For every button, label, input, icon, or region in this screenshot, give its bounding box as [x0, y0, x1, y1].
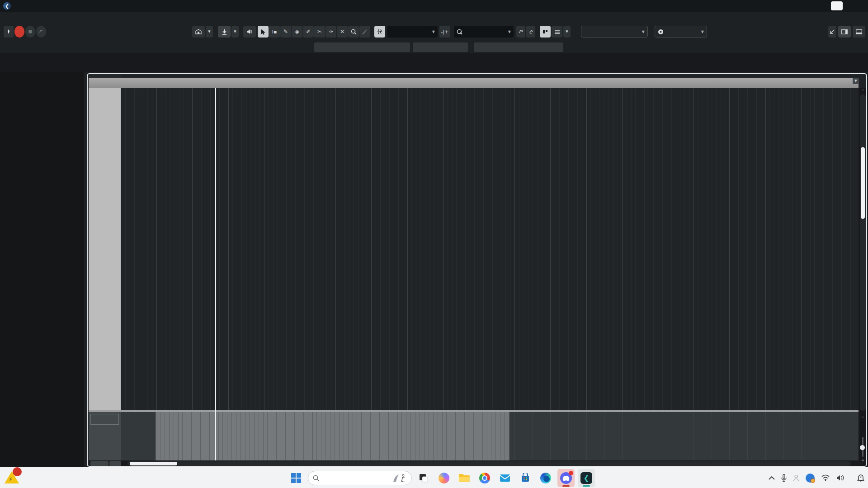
part-selector[interactable]: ▼ — [581, 26, 648, 38]
status-row — [0, 42, 868, 53]
pin-icon[interactable] — [4, 26, 14, 38]
object-selection-tool[interactable] — [258, 26, 269, 38]
speaker-icon[interactable] — [243, 26, 256, 38]
title-bar: ❮ — [0, 0, 868, 12]
right-zone-toggle[interactable] — [838, 26, 851, 38]
cubase-icon[interactable]: ❮ — [578, 469, 595, 487]
windows-logo-icon — [291, 473, 301, 483]
record-button[interactable] — [25, 26, 35, 38]
velocity-lane-active-region — [156, 412, 509, 460]
maximize-button[interactable] — [826, 0, 847, 12]
pin-part-button[interactable] — [218, 26, 231, 38]
draw-tool[interactable]: ✎ — [280, 26, 291, 38]
right-scroll-column: ⌃ ⌄ – ＋ — [859, 88, 867, 460]
task-view-icon[interactable] — [415, 469, 432, 487]
add-lane-button[interactable] — [90, 461, 108, 466]
pin-part-dropdown[interactable]: ▼ — [231, 26, 239, 38]
discord-icon[interactable] — [557, 469, 575, 487]
cubase-app-icon: ❮ — [3, 2, 11, 10]
left-zone-panel — [0, 72, 84, 467]
range-selection-tool[interactable]: I▪ — [269, 26, 280, 38]
timeline-ruler[interactable] — [89, 78, 859, 88]
wifi-icon[interactable] — [821, 474, 830, 481]
person-icon[interactable] — [793, 474, 799, 482]
cubase-active-indicator — [583, 485, 590, 487]
vertical-zoom-knob[interactable] — [860, 445, 865, 450]
horizontal-scrollbar[interactable] — [127, 461, 851, 466]
horizontal-scroll-thumb[interactable] — [130, 462, 177, 465]
bottom-scroll-row — [89, 460, 867, 467]
grid-relative-icon[interactable]: -|+ — [439, 26, 450, 38]
solo-button[interactable] — [14, 26, 24, 38]
taskbar-weather-widget[interactable]: ⚡ — [5, 469, 24, 483]
scroll-up-arrow[interactable]: ⌃ — [859, 89, 867, 93]
window-zones-button[interactable] — [192, 26, 205, 38]
ruler-options-dropdown[interactable]: ▼ — [853, 78, 859, 84]
lane-preset-dropdown[interactable] — [109, 461, 121, 466]
mail-icon[interactable] — [496, 469, 514, 487]
scroll-left-arrow[interactable] — [123, 461, 127, 466]
close-button[interactable] — [847, 0, 868, 12]
windows-taskbar: ⚡ — [0, 467, 868, 488]
toolbar: ▼ ▼ I▪ ✎ ◈ ✐ ✂ ✑ ✕ ／ ▼ -|+ ▼ e ▼ ▼ ▼ — [0, 23, 868, 42]
window-corner-icon[interactable] — [828, 26, 836, 38]
start-button[interactable] — [288, 469, 305, 487]
info-line — [0, 53, 868, 72]
search-daily-art — [392, 473, 407, 483]
quantize-panel-button[interactable]: e — [526, 26, 535, 38]
edge-icon[interactable] — [537, 469, 554, 487]
tray-expand-chevron-icon[interactable] — [769, 476, 775, 480]
svg-text:z: z — [860, 475, 861, 479]
trim-tool[interactable]: ✐ — [303, 26, 314, 38]
vertical-scrollbar[interactable] — [860, 94, 866, 411]
event-colors-select[interactable]: ▼ — [655, 26, 707, 38]
zoom-tool[interactable] — [348, 26, 359, 38]
menu-bar — [0, 12, 868, 23]
velocity-lane-label[interactable] — [90, 414, 119, 425]
chrome-icon[interactable] — [476, 469, 493, 487]
swing-icon[interactable] — [516, 26, 525, 38]
erase-tool[interactable]: ◈ — [292, 26, 302, 38]
key-editor-area: ▼ ⌃ ⌄ – ＋ — [87, 73, 867, 467]
edit-active-part-toggle[interactable] — [540, 26, 551, 38]
snap-toggle[interactable] — [374, 26, 385, 38]
part-layers-icon[interactable] — [552, 26, 562, 38]
volume-icon[interactable] — [836, 474, 844, 481]
taskbar-tray: z — [769, 467, 864, 488]
grid-type-select[interactable]: ▼ — [387, 26, 438, 38]
scroll-down-arrow[interactable]: ⌄ — [859, 414, 867, 418]
mute-tool[interactable]: ✕ — [337, 26, 348, 38]
taskbar-search-box[interactable] — [308, 471, 412, 485]
weather-warning-icon: ⚡ — [5, 469, 20, 483]
vertical-scroll-thumb[interactable] — [861, 147, 865, 219]
search-icon — [313, 475, 319, 481]
velocity-lane[interactable] — [121, 412, 859, 460]
file-explorer-icon[interactable] — [456, 469, 473, 487]
vzoom-plus-button[interactable]: ＋ — [859, 457, 867, 463]
velocity-lane-header — [89, 412, 121, 460]
mouse-time-position — [314, 42, 410, 52]
notification-badge — [13, 467, 22, 476]
part-list-dropdown[interactable]: ▼ — [563, 26, 571, 38]
line-tool[interactable]: ／ — [359, 26, 370, 38]
mouse-note-value — [413, 42, 468, 52]
piano-keyboard[interactable] — [89, 88, 121, 411]
window-zones-dropdown[interactable]: ▼ — [206, 26, 213, 38]
copilot-icon[interactable] — [435, 469, 453, 487]
notification-bell-icon[interactable]: z — [857, 474, 864, 482]
current-chord-display — [474, 42, 563, 52]
vzoom-minus-button[interactable]: – — [859, 426, 867, 431]
acoustic-feedback-toggle[interactable] — [36, 26, 46, 38]
minimize-button[interactable] — [806, 0, 826, 12]
note-grid[interactable] — [121, 88, 859, 411]
discord-notification-dot — [569, 471, 573, 475]
quantize-preset-select[interactable]: ▼ — [454, 26, 514, 38]
playhead-cursor — [215, 88, 216, 460]
discord-active-indicator — [562, 485, 570, 487]
split-tool[interactable]: ✂ — [314, 26, 325, 38]
lower-zone-toggle[interactable] — [853, 26, 865, 38]
microsoft-store-icon[interactable] — [517, 469, 534, 487]
glue-tool[interactable]: ✑ — [326, 26, 336, 38]
microphone-icon[interactable] — [781, 474, 787, 482]
tray-app-icon[interactable] — [806, 474, 815, 483]
